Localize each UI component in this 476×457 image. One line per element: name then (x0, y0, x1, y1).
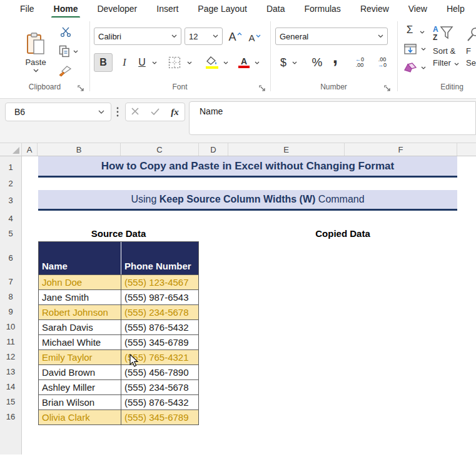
underline-options-chevron[interactable] (150, 58, 159, 68)
tab-developer[interactable]: Developer (96, 1, 138, 16)
enter-icon[interactable] (151, 106, 160, 118)
increase-font-size-button[interactable]: A (226, 29, 244, 45)
formula-bar-grip-icon[interactable] (116, 107, 119, 119)
font-dialog-launcher-icon[interactable] (259, 84, 266, 91)
sort-filter-button[interactable]: A Z Sort & Filter (433, 24, 463, 71)
decrease-decimal-button[interactable]: .00 →0 (373, 54, 392, 71)
cell-phone[interactable]: (555) 876-5432 (121, 395, 198, 409)
tab-home[interactable]: Home (53, 1, 79, 16)
subtitle-banner[interactable]: Using Keep Source Column Widths (W) Comm… (38, 190, 457, 211)
cell-phone[interactable]: (555) 345-6789 (121, 335, 198, 349)
fill-button[interactable] (403, 43, 418, 55)
cell-phone[interactable]: (555) 234-5678 (121, 380, 198, 394)
cell-name[interactable]: Olivia Clark (39, 410, 121, 424)
format-painter-button[interactable] (56, 64, 74, 79)
column-header-e[interactable]: E (228, 143, 345, 156)
cell-name[interactable]: David Brown (39, 365, 121, 379)
copied-data-label[interactable]: Copied Data (228, 226, 457, 241)
accounting-format-button[interactable]: $ (278, 54, 289, 71)
cell-phone[interactable]: (555) 987-6543 (121, 290, 198, 304)
tab-review[interactable]: Review (359, 1, 390, 16)
percent-style-button[interactable]: % (308, 54, 327, 71)
cell-phone[interactable]: (555) 876-5432 (121, 320, 198, 334)
name-box[interactable]: B6 (5, 103, 111, 121)
find-select-button[interactable]: F Se (466, 24, 476, 71)
increase-decimal-button[interactable]: ←0 .00 (350, 54, 369, 71)
clear-button[interactable] (402, 61, 418, 75)
cell-phone[interactable]: (555) 123-4567 (121, 275, 198, 289)
cell-name[interactable]: Robert Johnson (39, 305, 121, 319)
borders-chevron[interactable] (185, 58, 194, 68)
tab-page-layout[interactable]: Page Layout (196, 1, 248, 16)
row-header-15[interactable]: 15 (0, 394, 21, 409)
bold-button[interactable]: B (94, 53, 113, 72)
row-header-7[interactable]: 7 (0, 274, 21, 289)
row-header-14[interactable]: 14 (0, 379, 21, 394)
cell-name[interactable]: Sarah Davis (39, 320, 121, 334)
clear-chevron[interactable] (419, 63, 428, 72)
row-header-13[interactable]: 13 (0, 364, 21, 379)
italic-button[interactable]: I (116, 53, 133, 72)
fill-chevron[interactable] (419, 44, 428, 53)
column-header-f[interactable]: F (345, 143, 457, 156)
row-header-10[interactable]: 10 (0, 319, 21, 334)
insert-function-icon[interactable]: fx (171, 107, 179, 118)
tab-file[interactable]: File (19, 1, 36, 16)
paste-button[interactable]: Paste (18, 23, 54, 81)
underline-button[interactable]: U (134, 53, 150, 72)
row-header-16[interactable]: 16 (0, 409, 21, 424)
row-header-2[interactable]: 2 (0, 178, 21, 189)
row-header-6[interactable]: 6 (0, 241, 21, 274)
header-cell-name[interactable]: Name (39, 242, 121, 274)
font-color-button[interactable]: A (236, 53, 251, 72)
row-header-12[interactable]: 12 (0, 349, 21, 364)
number-dialog-launcher-icon[interactable] (384, 84, 392, 91)
column-header-a[interactable]: A (22, 143, 38, 156)
decrease-font-size-button[interactable]: A (246, 30, 263, 45)
cell-name[interactable]: John Doe (39, 275, 121, 289)
cell-phone[interactable]: (555) 345-6789 (121, 410, 198, 424)
row-header-1[interactable]: 1 (0, 156, 21, 178)
copy-button[interactable] (55, 44, 81, 59)
fill-color-chevron[interactable] (221, 58, 230, 68)
cancel-icon[interactable] (131, 106, 139, 118)
cell-phone[interactable]: (555) 234-5678 (121, 305, 198, 319)
row-header-9[interactable]: 9 (0, 304, 21, 319)
cell-name[interactable]: Michael White (39, 335, 121, 349)
row-header-3[interactable]: 3 (0, 189, 21, 211)
formula-bar-input[interactable]: Name (189, 101, 476, 135)
cell-name[interactable]: Jane Smith (39, 290, 121, 304)
column-header-d[interactable]: D (199, 143, 228, 156)
tab-formulas[interactable]: Formulas (303, 1, 342, 16)
font-color-chevron[interactable] (253, 58, 261, 68)
source-data-label[interactable]: Source Data (38, 226, 199, 241)
cell-name[interactable]: Brian Wilson (39, 395, 121, 409)
font-size-combo[interactable]: 12 (185, 28, 223, 45)
header-cell-phone[interactable]: Phone Number (121, 242, 198, 274)
borders-button[interactable] (166, 54, 183, 71)
title-banner[interactable]: How to Copy and Paste in Excel without C… (38, 156, 457, 178)
number-format-combo[interactable]: General (275, 28, 388, 45)
cell-name[interactable]: Emily Taylor (39, 350, 121, 364)
tab-data[interactable]: Data (265, 1, 286, 16)
row-header-8[interactable]: 8 (0, 289, 21, 304)
cut-button[interactable] (58, 26, 74, 38)
row-header-5[interactable]: 5 (0, 226, 21, 241)
cell-name[interactable]: Ashley Miller (39, 380, 121, 394)
chevron-down-icon (73, 50, 78, 53)
select-all-corner[interactable] (0, 143, 22, 156)
autosum-chevron[interactable] (418, 28, 427, 36)
column-header-c[interactable]: C (121, 143, 199, 156)
clipboard-dialog-launcher-icon[interactable] (78, 84, 85, 91)
tab-insert[interactable]: Insert (155, 1, 180, 16)
autosum-button[interactable]: Σ (403, 24, 417, 36)
accounting-format-chevron[interactable] (290, 58, 299, 68)
fill-color-button[interactable] (204, 53, 220, 72)
tab-help[interactable]: Help (445, 1, 466, 16)
font-name-combo[interactable]: Calibri (94, 28, 181, 45)
comma-style-button[interactable]: , (330, 48, 340, 66)
tab-view[interactable]: View (407, 1, 428, 16)
row-header-4[interactable]: 4 (0, 211, 21, 226)
row-header-11[interactable]: 11 (0, 334, 21, 349)
column-header-b[interactable]: B (38, 143, 121, 156)
